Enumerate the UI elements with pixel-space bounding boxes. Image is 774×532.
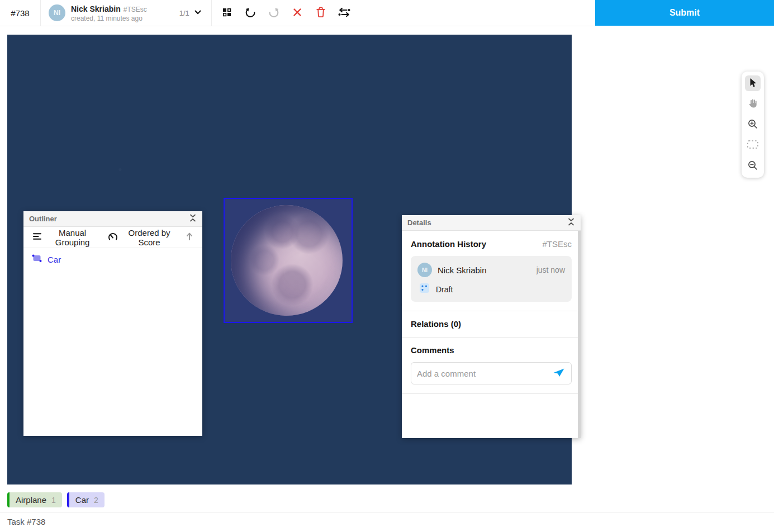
region-list-item-car[interactable]: Car [23,248,202,270]
details-title: Details [407,218,431,227]
label-hotkey: 1 [51,496,56,505]
label-name: Car [75,495,89,505]
trash-icon [315,6,326,20]
redo-icon [268,6,280,20]
annotation-selector[interactable]: 1/1 [179,8,202,18]
panel-scrollbar[interactable] [578,231,581,438]
relations-title: Relations (0) [411,319,461,329]
annotation-toolbar [212,6,359,20]
grouping-selector[interactable]: Manual Grouping [29,226,102,249]
canvas-tool-rail [742,72,764,178]
details-header: Details [402,215,581,231]
zoom-in-icon [747,118,758,131]
details-panel: Details Annotation History #TSEsc NI Nic… [402,215,581,438]
submit-button[interactable]: Submit [595,0,774,26]
history-time: just now [536,265,565,274]
outliner-header: Outliner [23,211,202,227]
zoom-out-icon [747,160,758,173]
collapse-icon [189,213,197,224]
select-tool-button[interactable] [745,75,761,91]
fit-screen-icon [747,140,759,151]
annotator-info: NI Nick Skriabin#TSEsc created, 11 minut… [41,3,155,23]
close-icon [292,7,303,20]
divider [0,512,774,512]
ordering-label: Ordered by Score [122,228,177,247]
outliner-title: Outliner [29,215,57,223]
history-status: Draft [436,285,453,294]
comments-title: Comments [411,345,572,355]
annotation-ref: #TSEsc [124,6,147,13]
region-label: Car [48,255,61,264]
collapse-icon [567,217,575,228]
avatar: NI [49,4,65,21]
history-item[interactable]: NI Nick Skriabin just now Draft [411,256,572,302]
relations-button[interactable] [337,6,352,20]
region-bbox-icon [31,254,42,265]
label-tag-airplane[interactable]: Airplane 1 [7,492,62,507]
grouping-label: Manual Grouping [46,228,99,247]
list-icon [32,232,42,242]
ordering-selector[interactable]: Ordered by Score [105,226,180,249]
gauge-icon [108,232,118,242]
details-collapse-button[interactable] [567,217,575,228]
history-avatar: NI [417,263,432,277]
label-selector-bar: Airplane 1 Car 2 [7,492,105,507]
moon-image [231,205,343,316]
reject-button[interactable] [290,6,305,20]
zoom-in-tool-button[interactable] [745,117,761,132]
cursor-icon [748,77,758,90]
chevron-down-icon [193,8,202,18]
top-bar: #738 NI Nick Skriabin#TSEsc created, 11 … [0,0,595,26]
annotation-history-title: Annotation History [411,239,486,249]
car-bounding-box[interactable] [224,198,353,323]
fit-to-screen-button[interactable] [745,137,761,153]
task-status-label: Task #738 [7,517,45,526]
zoom-out-tool-button[interactable] [745,158,761,174]
swap-arrows-icon [338,7,351,20]
history-user-name: Nick Skriabin [438,265,531,275]
send-icon [552,367,566,379]
order-direction-button[interactable] [182,230,197,245]
annotation-pager: 1/1 [179,9,189,17]
undo-icon [244,6,257,20]
arrow-up-icon [186,232,193,243]
redo-button[interactable] [267,6,281,20]
label-hotkey: 2 [94,496,98,505]
outliner-panel: Outliner Manual Grouping Ordered by Scor… [23,211,202,436]
annotation-created-time: created, 11 minutes ago [71,15,147,23]
delete-button[interactable] [314,6,328,20]
comment-box [411,362,572,384]
undo-button[interactable] [243,6,258,20]
grid-view-button[interactable] [220,6,234,20]
annotation-history-ref: #TSEsc [542,239,572,249]
annotator-name: Nick Skriabin [71,4,121,13]
pan-tool-button[interactable] [745,96,761,112]
label-name: Airplane [16,495,46,505]
hand-icon [747,98,758,111]
comment-input[interactable] [417,369,548,378]
send-comment-button[interactable] [552,367,566,379]
outliner-toolbar: Manual Grouping Ordered by Score [23,227,202,248]
outliner-collapse-button[interactable] [189,213,197,224]
label-tag-car[interactable]: Car 2 [67,492,105,507]
grid-icon [221,7,232,20]
task-id: #738 [0,8,40,18]
draft-icon [420,283,429,295]
